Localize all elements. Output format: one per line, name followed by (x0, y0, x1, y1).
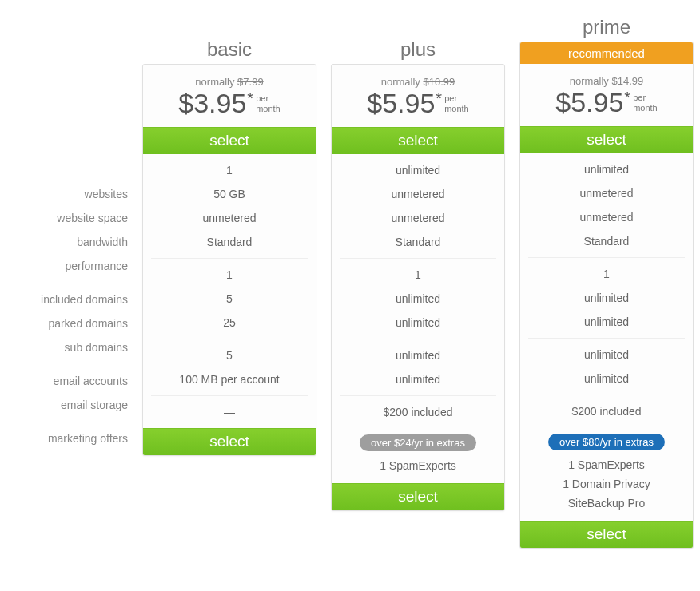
plan-prime-price-block: normally $14.99 $5.95* permonth (520, 64, 693, 126)
label-email-storage: email storage (8, 393, 128, 417)
prime-website-space: unmetered (528, 181, 685, 205)
plan-prime-price: $5.95 (555, 87, 623, 118)
basic-marketing-offers: — (151, 400, 308, 424)
plan-prime-old-price: $14.99 (611, 75, 643, 87)
prime-extra-2: SiteBackup Pro (528, 494, 685, 513)
basic-bandwidth: unmetered (151, 206, 308, 230)
prime-marketing-offers: $200 included (528, 399, 685, 423)
basic-website-space: 50 GB (151, 182, 308, 206)
plan-plus: plus normally $10.99 $5.95* permonth sel… (331, 16, 505, 511)
plan-plus-title: plus (400, 38, 436, 60)
plus-website-space: unmetered (340, 182, 496, 206)
plan-basic-title: basic (207, 38, 252, 60)
plan-plus-old-price: $10.99 (423, 76, 455, 88)
plan-plus-select-bottom[interactable]: select (332, 483, 504, 510)
plus-email-storage: unlimited (340, 367, 496, 391)
plus-performance: Standard (340, 230, 496, 254)
plan-basic-price: $3.95 (178, 88, 246, 119)
label-included-domains: included domains (8, 288, 128, 311)
plus-extra-0: 1 SpamExperts (340, 456, 496, 475)
prime-extra-1: 1 Domain Privacy (528, 474, 685, 494)
plan-plus-price: $5.95 (367, 88, 435, 119)
prime-sub-domains: unlimited (528, 310, 685, 334)
plan-basic-select-top[interactable]: select (143, 127, 316, 154)
plus-sub-domains: unlimited (340, 311, 496, 335)
plan-basic-old-price: $7.99 (237, 76, 264, 88)
basic-email-storage: 100 MB per account (151, 367, 308, 391)
plan-basic-price-block: normally $7.99 $3.95* permonth (143, 65, 316, 127)
prime-email-storage: unlimited (528, 367, 685, 391)
plan-prime-select-top[interactable]: select (520, 126, 693, 153)
plus-marketing-offers: $200 included (340, 400, 496, 424)
basic-performance: Standard (151, 230, 308, 254)
recommended-badge: recommended (520, 42, 693, 64)
basic-parked-domains: 5 (151, 287, 308, 311)
label-marketing-offers: marketing offers (8, 426, 128, 450)
basic-included-domains: 1 (151, 263, 308, 287)
prime-email-accounts: unlimited (528, 343, 685, 367)
basic-sub-domains: 25 (151, 311, 308, 335)
plus-bandwidth: unmetered (340, 206, 496, 230)
prime-performance: Standard (528, 229, 685, 253)
pricing-table: websites website space bandwidth perform… (8, 16, 692, 549)
basic-email-accounts: 5 (151, 343, 308, 367)
label-performance: performance (8, 254, 128, 278)
prime-extra-0: 1 SpamExperts (528, 455, 685, 474)
plan-plus-price-block: normally $10.99 $5.95* permonth (332, 65, 504, 127)
plus-email-accounts: unlimited (340, 343, 496, 367)
plan-prime-title: prime (583, 16, 630, 38)
prime-included-domains: 1 (528, 262, 685, 286)
prime-extras-badge: over $80/yr in extras (548, 434, 665, 450)
plan-prime: prime recommended normally $14.99 $5.95*… (519, 16, 694, 549)
prime-parked-domains: unlimited (528, 286, 685, 310)
label-bandwidth: bandwidth (8, 230, 128, 254)
basic-websites: 1 (151, 158, 308, 182)
label-sub-domains: sub domains (8, 335, 128, 359)
prime-bandwidth: unmetered (528, 205, 685, 229)
plan-basic-select-bottom[interactable]: select (143, 428, 316, 455)
label-website-space: website space (8, 206, 128, 230)
label-websites: websites (8, 182, 128, 206)
label-parked-domains: parked domains (8, 311, 128, 335)
plus-included-domains: 1 (340, 263, 496, 287)
feature-labels: websites website space bandwidth perform… (8, 16, 128, 450)
plan-prime-select-bottom[interactable]: select (520, 521, 693, 548)
plan-basic: basic normally $7.99 $3.95* permonth sel… (142, 16, 316, 456)
plus-websites: unlimited (340, 158, 496, 182)
label-email-accounts: email accounts (8, 369, 128, 393)
prime-websites: unlimited (528, 157, 685, 181)
plus-extras-badge: over $24/yr in extras (360, 434, 476, 451)
plus-parked-domains: unlimited (340, 287, 496, 311)
plan-plus-select-top[interactable]: select (332, 127, 504, 154)
